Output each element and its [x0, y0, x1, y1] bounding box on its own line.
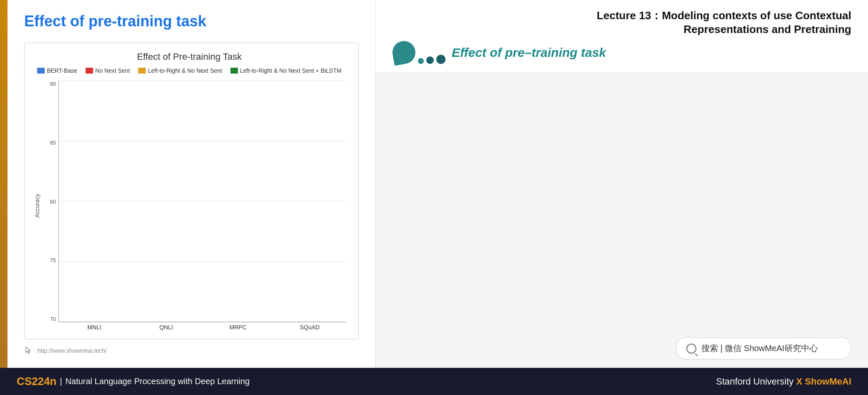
- legend-label: Left-to-Right & No Next Sent + BiLSTM: [240, 67, 342, 74]
- legend-label: Left-to-Right & No Next Sent: [148, 67, 222, 74]
- search-icon: [686, 344, 696, 354]
- y-tick: 90: [50, 81, 56, 87]
- legend-item: BERT-Base: [37, 67, 77, 74]
- lecture-title-line1: Lecture 13：Modeling contexts of use Cont…: [392, 8, 851, 23]
- cursor-icon: [24, 346, 33, 355]
- teal-dot-small: [418, 58, 424, 64]
- grid-lines: [59, 81, 346, 322]
- lecture-subtitle-row: Effect of pre–training task: [392, 41, 851, 64]
- teal-dot-xlarge: [436, 55, 445, 64]
- legend-label: BERT-Base: [47, 67, 77, 74]
- slide-title: Effect of pre-training task: [24, 13, 359, 30]
- legend-color: [86, 68, 93, 74]
- legend-color: [230, 68, 238, 74]
- x-labels: MNLIQNLIMRPCSQuAD: [44, 324, 346, 331]
- search-label: 搜索 | 微信 ShowMeAI研究中心: [701, 343, 818, 354]
- course-label: CS224n | Natural Language Processing wit…: [17, 375, 250, 388]
- right-body: 搜索 | 微信 ShowMeAI研究中心: [376, 73, 868, 368]
- footer-url: http://www.showmeai.tech/: [38, 347, 107, 354]
- grid-line: [59, 261, 346, 262]
- lecture-title-line2: Representations and Pretraining: [392, 23, 851, 36]
- university-name: Stanford University: [716, 376, 794, 387]
- search-box[interactable]: 搜索 | 微信 ShowMeAI研究中心: [676, 337, 851, 359]
- y-tick: 85: [50, 140, 56, 146]
- legend-item: No Next Sent: [86, 67, 130, 74]
- teal-shape: [391, 39, 418, 66]
- x-label: QNLI: [130, 324, 202, 331]
- course-code: CS224n: [17, 375, 56, 388]
- slide-panel: Effect of pre-training task Effect of Pr…: [0, 0, 376, 368]
- chart-body: 9085807570 MNLIQNLIMRPCSQuAD: [44, 81, 346, 331]
- x-separator: X: [796, 376, 805, 387]
- x-label: SQuAD: [274, 324, 346, 331]
- lecture-header: Lecture 13：Modeling contexts of use Cont…: [376, 0, 868, 73]
- x-label: MNLI: [58, 324, 130, 331]
- course-desc: Natural Language Processing with Deep Le…: [66, 377, 250, 386]
- chart-container: Effect of Pre-training Task BERT-BaseNo …: [24, 43, 359, 339]
- bottom-bar: CS224n | Natural Language Processing wit…: [0, 368, 868, 395]
- grid-line: [59, 81, 346, 81]
- y-tick: 70: [50, 316, 56, 322]
- y-tick: 80: [50, 199, 56, 205]
- x-label: MRPC: [202, 324, 274, 331]
- chart-legend: BERT-BaseNo Next SentLeft-to-Right & No …: [33, 67, 346, 74]
- course-separator: |: [60, 377, 62, 386]
- right-panel: Lecture 13：Modeling contexts of use Cont…: [376, 0, 868, 368]
- grid-line: [59, 141, 346, 141]
- legend-color: [37, 68, 45, 74]
- legend-label: No Next Sent: [95, 67, 130, 74]
- legend-item: Left-to-Right & No Next Sent: [138, 67, 222, 74]
- y-ticks: 9085807570: [44, 81, 58, 322]
- y-axis-label: Accuracy: [33, 81, 41, 331]
- y-tick: 75: [50, 257, 56, 263]
- brand-name: ShowMeAI: [805, 376, 851, 387]
- grid-line: [59, 321, 346, 322]
- chart-plot: 9085807570: [44, 81, 346, 322]
- chart-area: Accuracy 9085807570: [33, 81, 346, 331]
- lecture-title: Lecture 13：Modeling contexts of use Cont…: [392, 8, 851, 36]
- grid-line: [59, 201, 346, 201]
- legend-color: [138, 68, 146, 74]
- bars-area: [58, 81, 346, 322]
- teal-icon-group: [392, 41, 445, 64]
- slide-border: [0, 0, 8, 368]
- legend-item: Left-to-Right & No Next Sent + BiLSTM: [230, 67, 342, 74]
- slide-footer: http://www.showmeai.tech/: [24, 346, 359, 355]
- university-label: Stanford University X ShowMeAI: [716, 376, 851, 387]
- teal-dot-large: [426, 56, 434, 64]
- chart-title: Effect of Pre-training Task: [33, 51, 346, 62]
- lecture-effect-title: Effect of pre–training task: [452, 46, 606, 60]
